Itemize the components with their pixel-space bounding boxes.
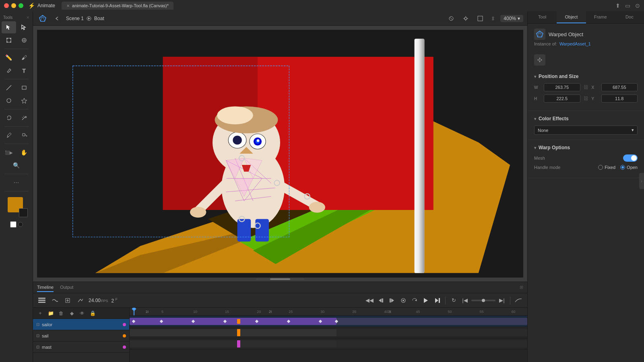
- move-icon-btn[interactable]: [534, 54, 545, 66]
- playhead[interactable]: [134, 308, 134, 315]
- right-panel-collapse[interactable]: ›: [639, 173, 644, 189]
- reset-colors-btn[interactable]: [18, 222, 23, 227]
- sailor-orange-key[interactable]: [237, 319, 240, 324]
- prev-keyframe-btn[interactable]: |◀: [460, 296, 470, 305]
- pos-size-toggle[interactable]: ▾: [534, 74, 536, 79]
- layer-sailor[interactable]: ⊡ sailor: [33, 319, 129, 330]
- radio-fixed[interactable]: Fixed: [598, 165, 615, 170]
- panel-expand-icon[interactable]: ⊞: [520, 285, 523, 290]
- instance-name[interactable]: WarpedAsset_1: [559, 41, 591, 46]
- add-folder-btn[interactable]: 📁: [47, 309, 55, 317]
- back-button[interactable]: [52, 13, 63, 24]
- color-toggle[interactable]: ▾: [534, 117, 536, 121]
- maximize-button[interactable]: [19, 3, 23, 8]
- magic-wand-tool[interactable]: [17, 112, 31, 124]
- fullscreen-icon[interactable]: ⊙: [635, 2, 640, 9]
- breadcrumb-scene[interactable]: Scene 1: [66, 16, 84, 21]
- prev-frame-btn[interactable]: [376, 296, 386, 305]
- play-btn[interactable]: [421, 296, 431, 305]
- layer-sail[interactable]: ⊡ sail: [33, 330, 129, 341]
- ease-btn[interactable]: [514, 296, 523, 305]
- text-tool[interactable]: T: [17, 64, 31, 76]
- tab-timeline[interactable]: Timeline: [37, 283, 54, 292]
- record-btn[interactable]: [398, 296, 408, 305]
- next-frame-btn[interactable]: [387, 296, 397, 305]
- delete-layer-btn[interactable]: 🗑: [57, 309, 65, 317]
- layer-lock-btn[interactable]: 🔒: [89, 309, 97, 317]
- next-keyframe-btn[interactable]: ▶|: [497, 296, 507, 305]
- stage-view-btn[interactable]: [475, 13, 486, 24]
- swap-colors-btn[interactable]: [10, 221, 17, 228]
- more-tools-btn[interactable]: ···: [9, 177, 24, 189]
- pen-tool[interactable]: [2, 64, 16, 76]
- paint-bucket-tool[interactable]: [17, 129, 31, 141]
- close-button[interactable]: [4, 3, 9, 8]
- poly-tool[interactable]: [17, 95, 31, 107]
- sail-orange-key[interactable]: [237, 329, 240, 336]
- layer-mast[interactable]: ⊡ mast: [33, 341, 129, 353]
- add-frame-btn[interactable]: [63, 296, 72, 305]
- link-icon2[interactable]: ⛓: [584, 96, 588, 101]
- stage[interactable]: [33, 26, 527, 282]
- mesh-toggle[interactable]: [623, 154, 638, 162]
- warp-toggle[interactable]: ▾: [534, 146, 536, 150]
- mast-range[interactable]: [130, 340, 336, 348]
- svg-marker-95: [537, 59, 539, 61]
- track-sail: [130, 327, 527, 338]
- subselect-tool[interactable]: [17, 21, 31, 33]
- scroll-thumb[interactable]: [270, 278, 290, 280]
- share-icon[interactable]: ⬆: [615, 2, 620, 9]
- select-tool[interactable]: [2, 21, 16, 33]
- breadcrumb-symbol[interactable]: Boat: [94, 16, 104, 21]
- toolbar-collapse[interactable]: ✕: [26, 15, 29, 20]
- lasso-tool[interactable]: [2, 112, 16, 124]
- scrubber[interactable]: [471, 300, 495, 301]
- snap-btn[interactable]: [460, 13, 471, 24]
- pencil-tool[interactable]: ✏️: [2, 51, 16, 64]
- radio-open[interactable]: Open: [620, 165, 638, 170]
- clip-toggle-btn[interactable]: [446, 13, 457, 24]
- loop-btn[interactable]: [410, 296, 419, 305]
- stroke-color-swatch[interactable]: [19, 208, 28, 217]
- eyedropper-tool[interactable]: [2, 129, 16, 141]
- gradient-tool[interactable]: [17, 34, 31, 46]
- warp-tool-active[interactable]: [37, 13, 48, 24]
- tab-doc[interactable]: Doc: [615, 11, 644, 23]
- color-effect-dropdown[interactable]: None ▾: [534, 125, 638, 135]
- x-input[interactable]: 687.55: [601, 83, 638, 91]
- zoom-tool[interactable]: 🔍: [9, 159, 24, 171]
- tab-output[interactable]: Output: [60, 283, 73, 292]
- loop2-btn[interactable]: ↻: [449, 296, 458, 305]
- free-transform-tool[interactable]: [2, 34, 16, 46]
- rectangle-tool[interactable]: [17, 82, 31, 94]
- add-layer-btn[interactable]: +: [36, 309, 44, 317]
- boat-scene-svg: [37, 30, 523, 278]
- line-tool[interactable]: [2, 82, 16, 94]
- zoom-control[interactable]: 400% ▾: [500, 15, 523, 22]
- tab-close-icon[interactable]: ✕: [66, 4, 70, 8]
- mast-purple-key[interactable]: [237, 340, 240, 348]
- tab-tool[interactable]: Tool: [528, 11, 557, 23]
- camera-mode-btn[interactable]: ⬛▶: [2, 146, 16, 158]
- tab-frame[interactable]: Frame: [586, 11, 615, 23]
- go-to-start-btn[interactable]: ◀◀: [365, 296, 374, 305]
- play-next-btn[interactable]: [432, 296, 442, 305]
- tab-object[interactable]: Object: [557, 11, 586, 23]
- sail-range[interactable]: [130, 329, 336, 336]
- h-input[interactable]: 222.5: [544, 95, 580, 103]
- graph-btn[interactable]: [76, 296, 85, 305]
- brush-tool[interactable]: 🖌: [17, 51, 31, 64]
- document-tab[interactable]: ✕ animate-Tutorial-9-Asset-Warp-Tool.fla…: [62, 2, 173, 10]
- y-input[interactable]: 11.8: [601, 95, 638, 103]
- scrubber-thumb[interactable]: [482, 299, 485, 302]
- link-icon[interactable]: ⛓: [584, 84, 588, 90]
- motion-btn[interactable]: [50, 296, 60, 305]
- w-input[interactable]: 263.75: [544, 83, 580, 91]
- minimize-button[interactable]: [11, 3, 16, 8]
- layer-visible-btn[interactable]: 👁: [78, 309, 86, 317]
- panels-icon[interactable]: ▭: [625, 2, 630, 9]
- hand-tool[interactable]: ✋: [17, 146, 31, 158]
- oval-tool[interactable]: [2, 95, 16, 107]
- layers-btn[interactable]: [37, 296, 47, 305]
- keyframe-btn[interactable]: ◆: [68, 309, 76, 317]
